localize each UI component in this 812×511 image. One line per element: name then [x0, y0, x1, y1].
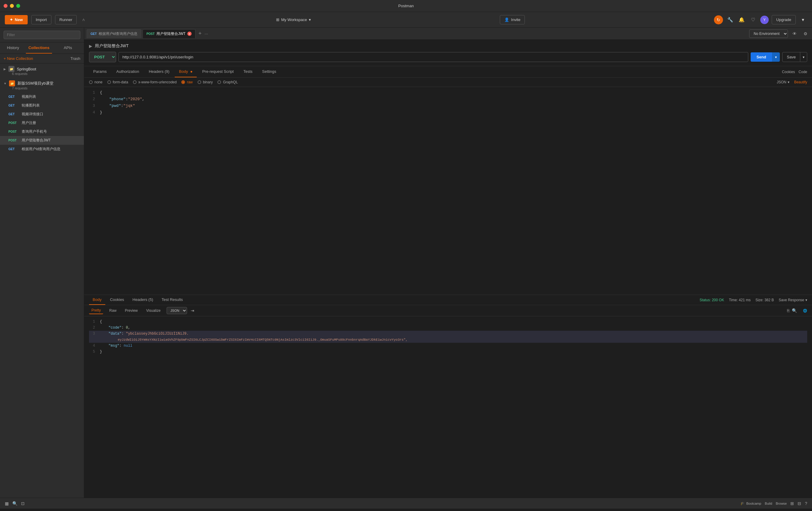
fork-button[interactable]: ⑃ [80, 15, 87, 24]
invite-button[interactable]: 👤 Invite [500, 15, 525, 24]
window-minimize-button[interactable] [10, 4, 14, 8]
body-opt-none[interactable]: none [89, 80, 103, 84]
body-opt-formdata[interactable]: form-data [107, 80, 128, 84]
resp-tab-cookies[interactable]: Cookies [107, 295, 128, 305]
resp-json-format[interactable]: JSON [167, 307, 187, 314]
resp-line-4: 4 "msg": null [89, 343, 807, 349]
env-eye-button[interactable]: 👁 [790, 29, 799, 38]
resp-view-pretty[interactable]: Pretty [89, 307, 103, 314]
req-tab-body[interactable]: Body ● [175, 66, 197, 77]
resp-tab-headers[interactable]: Headers (5) [129, 295, 157, 305]
resp-line-5: 5 } [89, 349, 807, 355]
runner-button[interactable]: Runner [55, 15, 77, 24]
workspace-selector[interactable]: ⊞ My Workspace ▾ [276, 18, 311, 22]
resp-indent-icon-button[interactable]: ⇥ [191, 308, 194, 313]
body-opt-graphql[interactable]: GraphQL [218, 80, 238, 84]
search-input[interactable] [4, 31, 80, 39]
request-item-video-list[interactable]: GET 视频列表 [0, 92, 84, 101]
resp-view-preview[interactable]: Preview [122, 307, 140, 314]
req-tab-params[interactable]: Params [89, 66, 111, 77]
upgrade-button[interactable]: Upgrade [772, 15, 796, 24]
request-item-video-detail[interactable]: GET 视频详情接口 [0, 110, 84, 118]
code-line-2: 2 "phone":"2020", [89, 96, 807, 103]
trash-button[interactable]: Trash [70, 56, 80, 61]
req-tab-prerequest[interactable]: Pre-request Script [198, 66, 238, 77]
browse-button[interactable]: Browse [776, 502, 787, 505]
save-dropdown-button[interactable]: ▾ [800, 52, 807, 62]
upgrade-chevron-icon-button[interactable]: ▾ [799, 16, 807, 24]
bootcamp-button[interactable]: 🎓 Bootcamp [741, 501, 761, 505]
req-tab-settings[interactable]: Settings [258, 66, 281, 77]
resp-line-3: 3 "data": "ybclasseyJhbGciOiJIUzI1NiJ9. [89, 331, 807, 337]
person-icon: 👤 [504, 18, 509, 22]
resp-view-raw[interactable]: Raw [107, 307, 119, 314]
help-button[interactable]: ? [805, 501, 807, 506]
window-maximize-button[interactable] [16, 4, 20, 8]
sidebar-tab-apis[interactable]: APIs [52, 43, 84, 54]
resp-view-visualize[interactable]: Visualize [144, 307, 163, 314]
resp-tab-body[interactable]: Body [89, 295, 105, 305]
columns-icon-button[interactable]: ⊟ [798, 501, 801, 506]
build-button[interactable]: Build [765, 502, 772, 505]
environment-dropdown[interactable]: No Environment [749, 29, 788, 38]
send-dropdown-button[interactable]: ▾ [772, 52, 780, 62]
tab-add-button[interactable]: + [197, 30, 204, 37]
new-button[interactable]: ✦ New [5, 15, 28, 24]
layout-icon-button[interactable]: ▦ [5, 501, 9, 506]
cookies-link[interactable]: Cookies [782, 70, 795, 74]
resp-search-button[interactable]: 🔍 [792, 308, 797, 313]
req-tab-headers[interactable]: Headers (9) [145, 66, 174, 77]
json-format-selector[interactable]: JSON ▾ [777, 80, 789, 84]
heart-button[interactable]: ♡ [749, 16, 757, 24]
tab-close-button[interactable]: ● [187, 32, 192, 36]
method-selector[interactable]: POST [89, 52, 116, 62]
workspace-chevron-icon: ▾ [309, 18, 311, 22]
req-tab-authorization[interactable]: Authorization [112, 66, 143, 77]
request-item-query-phone[interactable]: POST 查询用户手机号 [0, 127, 84, 136]
radio-graphql [218, 80, 221, 84]
body-opt-binary[interactable]: binary [198, 80, 213, 84]
sidebar-tabs: History Collections APIs [0, 43, 84, 54]
body-opt-raw[interactable]: raw [181, 80, 193, 84]
globe-icon: 🌐 [803, 309, 807, 313]
sync-button[interactable]: ↻ [714, 15, 723, 24]
request-item-register[interactable]: POST 用户注册 [0, 118, 84, 127]
env-settings-button[interactable]: ⚙ [801, 29, 810, 38]
request-body-editor[interactable]: 1 { 2 "phone":"2020", 3 "pwd":"jqk" 4 } [84, 87, 812, 295]
body-dot-indicator: ● [191, 69, 193, 74]
body-opt-urlencoded[interactable]: x-www-form-urlencoded [133, 80, 177, 84]
request-item-query-user[interactable]: GET 根据用户id查询用户信息 [0, 145, 84, 154]
url-input[interactable] [118, 52, 748, 62]
collection-ssm[interactable]: ▼ 📁 新版SSM项目yb课堂 7 requests [0, 78, 84, 92]
new-collection-button[interactable]: + New Collection [4, 56, 33, 61]
code-link[interactable]: Code [799, 70, 807, 74]
notification-bell-button[interactable]: 🔔 [737, 16, 746, 24]
request-item-carousel[interactable]: GET 轮播图列表 [0, 101, 84, 110]
resp-copy-button[interactable]: ⎘ [787, 308, 789, 313]
save-response-chevron-icon: ▾ [805, 298, 807, 302]
bootcamp-icon: 🎓 [741, 501, 745, 505]
save-response-button[interactable]: Save Response ▾ [779, 298, 807, 302]
history-icon-button[interactable]: ⊡ [21, 501, 25, 506]
window-close-button[interactable] [4, 4, 7, 8]
beautify-button[interactable]: Beautify [794, 80, 807, 84]
request-item-login-jwt[interactable]: POST 用户登陆整合JWT [0, 136, 84, 145]
layout-switch-icon-button[interactable]: ⊞ [790, 501, 794, 506]
collection-springboot[interactable]: ▶ 📁 SpringBoot 6 requests [0, 63, 84, 78]
resp-tab-test-results[interactable]: Test Results [158, 295, 186, 305]
bottom-left: ▦ 🔍 ⊡ [5, 501, 25, 506]
tab-post-login-jwt[interactable]: POST 用户登陆整合JWT ● [143, 29, 196, 38]
req-tab-tests[interactable]: Tests [239, 66, 257, 77]
request-tabs-right: Cookies Code [782, 70, 807, 74]
settings-icon-button[interactable]: 🔧 [726, 16, 734, 24]
avatar[interactable]: Y [760, 16, 769, 24]
send-button[interactable]: Send [751, 52, 772, 62]
import-button[interactable]: Import [31, 15, 52, 24]
radio-raw [181, 80, 185, 84]
tab-more-button[interactable]: ··· [204, 31, 208, 36]
sidebar-tab-collections[interactable]: Collections [26, 43, 52, 54]
tab-get-query-user[interactable]: GET 根据用户id查询用户信息 [87, 29, 141, 38]
search-all-button[interactable]: 🔍 [12, 501, 18, 506]
save-button[interactable]: Save [783, 52, 800, 62]
sidebar-tab-history[interactable]: History [0, 43, 26, 54]
